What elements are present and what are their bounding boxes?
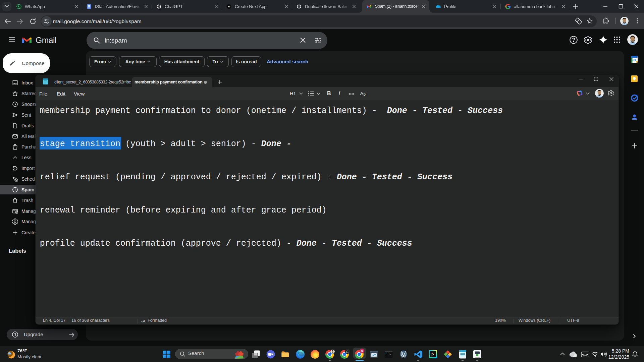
svg-text:TaskPro: TaskPro — [475, 357, 480, 358]
svg-text:C:\_: C:\_ — [386, 353, 391, 355]
svg-text:PC: PC — [431, 352, 434, 355]
svg-text:31: 31 — [633, 58, 636, 62]
svg-text:A: A — [360, 91, 363, 96]
svg-text:A: A — [143, 319, 146, 323]
